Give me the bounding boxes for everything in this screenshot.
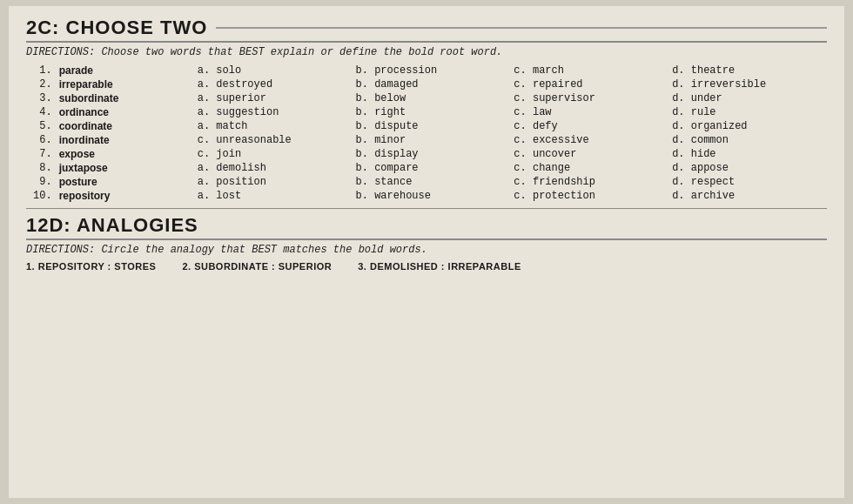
option-d: d. organized [668, 119, 827, 133]
table-row: 2. irreparable a. destroyed b. damaged c… [26, 77, 827, 91]
option-d: d. theatre [668, 64, 827, 77]
question-number: 5. [26, 119, 56, 133]
section2-title: 12D: ANALOGIES [26, 214, 827, 240]
analogy-text: DEMOLISHED : IRREPARABLE [370, 261, 521, 272]
title-underline [216, 27, 827, 29]
option-b: b. display [353, 147, 511, 161]
option-a: a. suggestion [194, 105, 353, 119]
option-d: d. irreversible [668, 77, 827, 91]
option-a: a. superior [194, 91, 353, 105]
option-a: a. position [194, 175, 353, 189]
option-a: c. join [194, 147, 353, 161]
section2-title-text: 12D: ANALOGIES [26, 214, 198, 237]
option-b: b. minor [353, 133, 511, 147]
question-word: inordinate [56, 133, 194, 147]
question-number: 1. [26, 64, 56, 77]
option-a: a. destroyed [194, 77, 353, 91]
analogy-text: SUBORDINATE : SUPERIOR [194, 261, 332, 272]
question-word: ordinance [56, 105, 194, 119]
question-word: expose [56, 147, 194, 161]
option-a: a. demolish [194, 161, 353, 175]
question-word: parade [56, 64, 194, 77]
table-row: 9. posture a. position b. stance c. frie… [26, 175, 827, 189]
questions-table: 1. parade a. solo b. procession c. march… [26, 64, 827, 203]
question-word: coordinate [56, 119, 194, 133]
option-c: c. defy [510, 119, 668, 133]
option-a: a. solo [194, 64, 353, 77]
table-row: 6. inordinate c. unreasonable b. minor c… [26, 133, 827, 147]
option-d: d. appose [668, 161, 827, 175]
table-row: 10. repository a. lost b. warehouse c. p… [26, 189, 827, 203]
option-c: c. change [510, 161, 668, 175]
option-b: b. damaged [353, 77, 511, 91]
analogy-item: 1. REPOSITORY : STORES [26, 261, 156, 272]
question-word: subordinate [56, 91, 194, 105]
table-row: 4. ordinance a. suggestion b. right c. l… [26, 105, 827, 119]
analogy-number: 3. [358, 261, 366, 272]
question-number: 8. [26, 161, 56, 175]
option-b: b. below [353, 91, 511, 105]
question-number: 3. [26, 91, 56, 105]
section1-title: 2C: CHOOSE TWO [26, 17, 827, 43]
option-c: c. friendship [510, 175, 668, 189]
option-a: a. match [194, 119, 353, 133]
option-b: b. stance [353, 175, 511, 189]
analogy-text: REPOSITORY : STORES [38, 261, 157, 272]
analogies-row: 1. REPOSITORY : STORES2. SUBORDINATE : S… [26, 261, 827, 272]
option-c: c. supervisor [510, 91, 668, 105]
option-b: b. warehouse [353, 189, 511, 203]
option-c: c. protection [510, 189, 668, 203]
analogy-item: 3. DEMOLISHED : IRREPARABLE [358, 261, 521, 272]
table-row: 5. coordinate a. match b. dispute c. def… [26, 119, 827, 133]
option-c: c. repaired [510, 77, 668, 91]
option-b: b. procession [353, 64, 511, 77]
question-word: juxtapose [56, 161, 194, 175]
question-number: 7. [26, 147, 56, 161]
analogy-item: 2. SUBORDINATE : SUPERIOR [182, 261, 332, 272]
question-number: 10. [26, 189, 56, 203]
table-row: 3. subordinate a. superior b. below c. s… [26, 91, 827, 105]
analogy-number: 2. [182, 261, 191, 272]
question-word: posture [56, 175, 194, 189]
option-d: d. under [668, 91, 827, 105]
option-a: c. unreasonable [194, 133, 353, 147]
analogy-number: 1. [26, 261, 35, 272]
table-row: 1. parade a. solo b. procession c. march… [26, 64, 827, 77]
question-number: 4. [26, 105, 56, 119]
option-d: d. hide [668, 147, 827, 161]
option-b: b. compare [353, 161, 511, 175]
option-d: d. rule [668, 105, 827, 119]
section2-directions: DIRECTIONS: Circle the analogy that BEST… [26, 244, 827, 256]
option-c: c. march [510, 64, 668, 77]
question-word: irreparable [56, 77, 194, 91]
section1-title-text: 2C: CHOOSE TWO [26, 17, 207, 39]
option-d: d. respect [668, 175, 827, 189]
question-number: 9. [26, 175, 56, 189]
table-row: 8. juxtapose a. demolish b. compare c. c… [26, 161, 827, 175]
option-b: b. dispute [353, 119, 511, 133]
question-word: repository [56, 189, 194, 203]
section1-directions: DIRECTIONS: Choose two words that BEST e… [26, 46, 827, 58]
option-b: b. right [353, 105, 511, 119]
question-number: 6. [26, 133, 56, 147]
page: 2C: CHOOSE TWO DIRECTIONS: Choose two wo… [9, 6, 844, 498]
option-a: a. lost [194, 189, 353, 203]
section-divider [26, 208, 827, 209]
option-d: d. common [668, 133, 827, 147]
table-row: 7. expose c. join b. display c. uncover … [26, 147, 827, 161]
option-c: c. law [510, 105, 668, 119]
question-number: 2. [26, 77, 56, 91]
option-c: c. uncover [510, 147, 668, 161]
option-c: c. excessive [510, 133, 668, 147]
option-d: d. archive [668, 189, 827, 203]
